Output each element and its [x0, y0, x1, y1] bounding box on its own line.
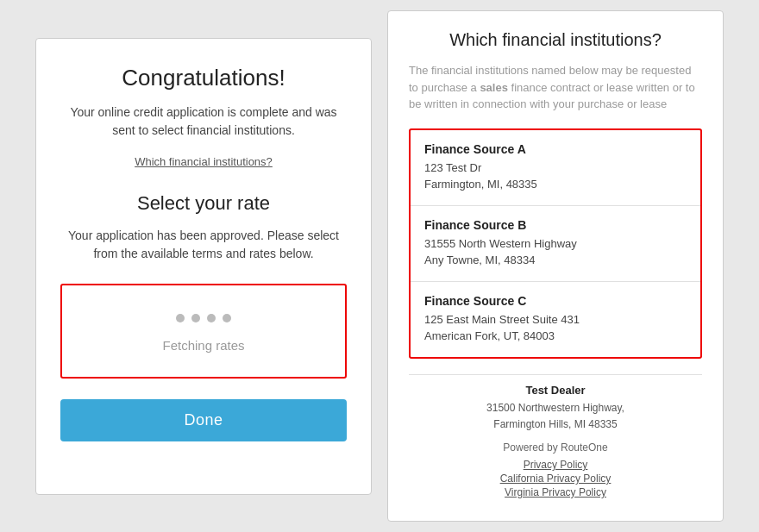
- congratulations-title: Congratulations!: [122, 65, 285, 91]
- right-panel-description: The financial institutions named below m…: [409, 62, 702, 113]
- dealer-addr-line1: 31500 Northwestern Highway,: [486, 402, 624, 414]
- finance-source-a: Finance Source A 123 Test DrFarmington, …: [411, 130, 700, 206]
- fetching-rates-box: Fetching rates: [60, 284, 347, 379]
- finance-sources-box: Finance Source A 123 Test DrFarmington, …: [409, 128, 702, 359]
- congratulations-subtitle: Your online credit application is comple…: [60, 103, 347, 140]
- finance-source-c-addr: 125 East Main Street Suite 431American F…: [424, 311, 687, 345]
- left-panel: Congratulations! Your online credit appl…: [35, 38, 372, 495]
- dealer-addr-line2: Farmington Hills, MI 48335: [493, 418, 617, 430]
- dot-4: [223, 314, 231, 322]
- dealer-address: 31500 Northwestern Highway, Farmington H…: [409, 400, 702, 433]
- finance-source-b-addr: 31555 North Western HighwayAny Towne, MI…: [424, 235, 687, 269]
- dot-2: [191, 314, 200, 322]
- footer-links: Privacy Policy California Privacy Policy…: [409, 459, 702, 498]
- privacy-policy-link[interactable]: Privacy Policy: [524, 459, 588, 471]
- finance-source-c: Finance Source C 125 East Main Street Su…: [411, 282, 700, 357]
- dealer-section: Test Dealer 31500 Northwestern Highway, …: [409, 374, 702, 505]
- which-financial-institutions-link[interactable]: Which financial institutions?: [135, 155, 273, 168]
- dealer-name: Test Dealer: [409, 384, 702, 397]
- finance-source-c-name: Finance Source C: [424, 294, 687, 308]
- finance-source-a-addr: 123 Test DrFarmington, MI, 48335: [424, 160, 687, 193]
- finance-source-a-name: Finance Source A: [424, 142, 687, 156]
- select-rate-title: Select your rate: [137, 192, 270, 215]
- virginia-privacy-policy-link[interactable]: Virginia Privacy Policy: [505, 486, 606, 498]
- right-panel-title: Which financial institutions?: [409, 30, 702, 50]
- california-privacy-policy-link[interactable]: California Privacy Policy: [500, 473, 612, 485]
- finance-source-b-name: Finance Source B: [424, 218, 687, 232]
- dot-1: [176, 314, 185, 322]
- powered-by: Powered by RouteOne: [409, 441, 702, 454]
- done-button[interactable]: Done: [60, 399, 347, 441]
- loading-dots: [176, 314, 231, 322]
- finance-source-b: Finance Source B 31555 North Western Hig…: [411, 206, 700, 282]
- desc-bold: sales: [480, 81, 508, 94]
- right-panel: Which financial institutions? The financ…: [387, 10, 724, 522]
- fetching-rates-label: Fetching rates: [162, 338, 244, 353]
- dot-3: [207, 314, 216, 322]
- select-rate-subtitle: Your application has been approved. Plea…: [60, 227, 347, 263]
